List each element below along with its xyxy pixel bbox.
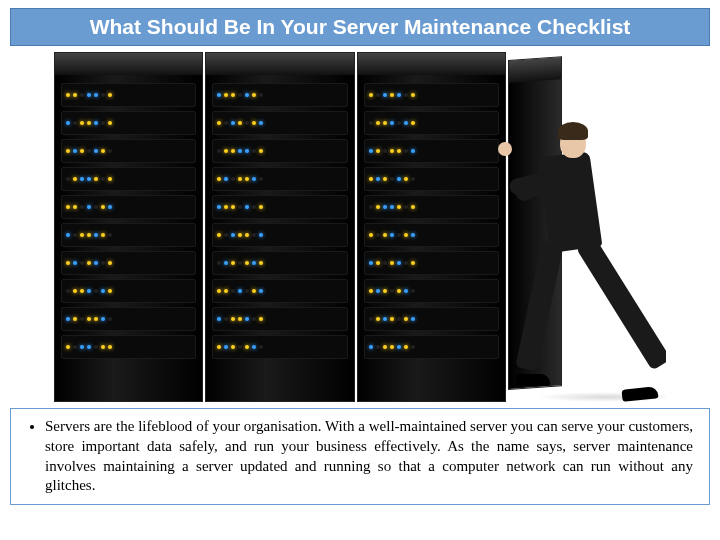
rack-2 — [205, 52, 354, 402]
rack-1 — [54, 52, 203, 402]
server-racks — [54, 52, 564, 402]
person-pushing-rack — [516, 110, 656, 400]
body-bullet-list: Servers are the lifeblood of your organi… — [21, 417, 693, 496]
slide-title: What Should Be In Your Server Maintenanc… — [11, 15, 709, 39]
slide-title-bar: What Should Be In Your Server Maintenanc… — [10, 8, 710, 46]
hero-image — [54, 52, 666, 402]
body-text-box: Servers are the lifeblood of your organi… — [10, 408, 710, 505]
rack-3 — [357, 52, 506, 402]
body-bullet-1: Servers are the lifeblood of your organi… — [45, 417, 693, 496]
